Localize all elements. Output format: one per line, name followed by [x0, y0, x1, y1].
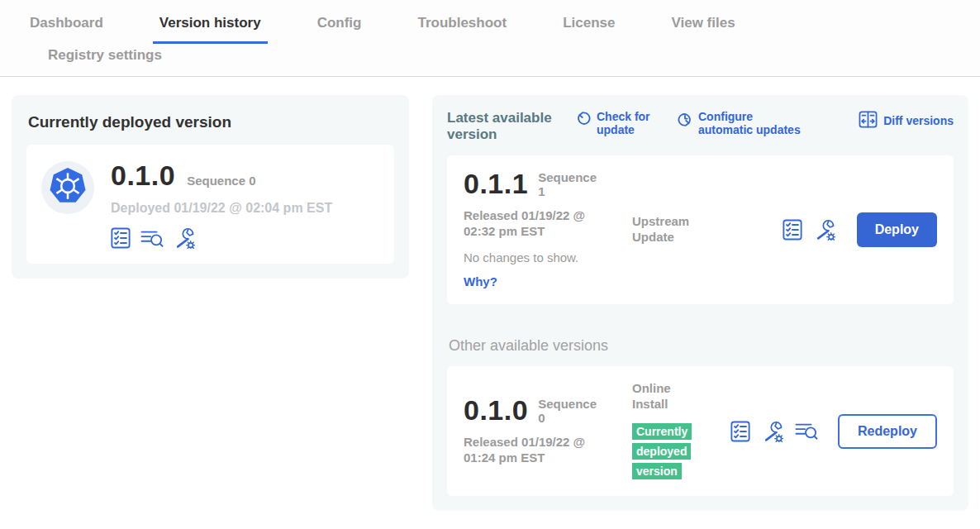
tab-version-history[interactable]: Version history — [153, 0, 268, 44]
diff-icon — [859, 110, 878, 131]
latest-source-column: Upstream Update — [619, 214, 783, 245]
currently-deployed-panel: Currently deployed version — [12, 95, 409, 279]
other-released-timestamp: Released 01/19/22 @ 01:24 pm EST — [464, 435, 602, 466]
deployed-sequence: Sequence 0 — [187, 174, 255, 188]
other-source-column: Online Install Currently deployed versio… — [619, 381, 730, 482]
schedule-icon — [678, 110, 692, 130]
deploy-button[interactable]: Deploy — [857, 212, 937, 247]
other-versions-title: Other available versions — [449, 337, 954, 355]
deploy-logs-icon[interactable] — [795, 421, 818, 441]
latest-released-timestamp: Released 01/19/22 @ 02:32 pm EST — [464, 208, 602, 240]
deployed-timestamp: Deployed 01/19/22 @ 02:04 pm EST — [111, 201, 332, 216]
kubernetes-icon — [46, 164, 89, 211]
deployed-version-card: 0.1.0 Sequence 0 Deployed 01/19/22 @ 02:… — [26, 145, 394, 264]
diff-versions-link[interactable]: Diff versions — [859, 110, 954, 131]
latest-version-details: 0.1.1 Sequence 1 Released 01/19/22 @ 02:… — [464, 170, 619, 289]
deployed-version-details: 0.1.0 Sequence 0 Deployed 01/19/22 @ 02:… — [111, 161, 332, 249]
nav-row-secondary: Registry settings — [23, 44, 980, 76]
nav-row-primary: Dashboard Version history Config Trouble… — [23, 0, 980, 44]
config-wrench-icon[interactable] — [814, 219, 835, 241]
other-version-card: 0.1.0 Sequence 0 Released 01/19/22 @ 01:… — [447, 366, 954, 497]
config-wrench-icon[interactable] — [174, 227, 195, 249]
preflight-checklist-icon[interactable] — [730, 421, 750, 442]
tab-dashboard[interactable]: Dashboard — [23, 0, 110, 44]
currently-deployed-badge: Currently deployed version — [632, 422, 692, 481]
deploy-logs-icon[interactable] — [140, 228, 164, 249]
other-sequence: Sequence 0 — [538, 397, 597, 426]
latest-available-panel: Latest available version Check for updat… — [432, 95, 968, 511]
refresh-icon — [576, 110, 591, 130]
latest-available-title: Latest available version — [447, 110, 561, 144]
tab-registry-settings[interactable]: Registry settings — [41, 44, 169, 76]
other-version-number: 0.1.0 — [464, 397, 528, 423]
app-logo — [41, 161, 94, 214]
preflight-checklist-icon[interactable] — [111, 227, 131, 249]
redeploy-button[interactable]: Redeploy — [838, 414, 937, 449]
tab-view-files[interactable]: View files — [664, 0, 741, 44]
configure-auto-updates-label: Configure automatic updates — [698, 110, 807, 136]
latest-actions: Deploy — [783, 212, 937, 247]
main-content: Currently deployed version — [0, 77, 980, 511]
latest-source-label: Upstream Update — [632, 214, 702, 245]
other-version-details: 0.1.0 Sequence 0 Released 01/19/22 @ 01:… — [464, 397, 619, 466]
config-wrench-icon[interactable] — [762, 421, 783, 442]
latest-sequence: Sequence 1 — [538, 170, 597, 199]
check-for-update-label: Check for update — [597, 110, 659, 136]
why-link[interactable]: Why? — [464, 274, 497, 288]
preflight-checklist-icon[interactable] — [783, 219, 802, 241]
latest-version-card: 0.1.1 Sequence 1 Released 01/19/22 @ 02:… — [447, 155, 954, 304]
no-changes-note: No changes to show. — [464, 250, 619, 264]
other-source-label: Online Install — [632, 381, 702, 412]
tab-license[interactable]: License — [556, 0, 621, 44]
deployed-version-number: 0.1.0 — [111, 161, 175, 189]
latest-version-number: 0.1.1 — [464, 170, 528, 197]
latest-available-header: Latest available version Check for updat… — [447, 110, 954, 144]
tab-config[interactable]: Config — [311, 0, 369, 44]
diff-versions-label: Diff versions — [883, 114, 954, 127]
app-nav: Dashboard Version history Config Trouble… — [0, 0, 980, 77]
other-actions: Redeploy — [730, 414, 937, 449]
tab-troubleshoot[interactable]: Troubleshoot — [411, 0, 513, 44]
configure-auto-updates-link[interactable]: Configure automatic updates — [678, 110, 807, 136]
check-for-update-link[interactable]: Check for update — [576, 110, 659, 136]
currently-deployed-title: Currently deployed version — [28, 113, 394, 131]
